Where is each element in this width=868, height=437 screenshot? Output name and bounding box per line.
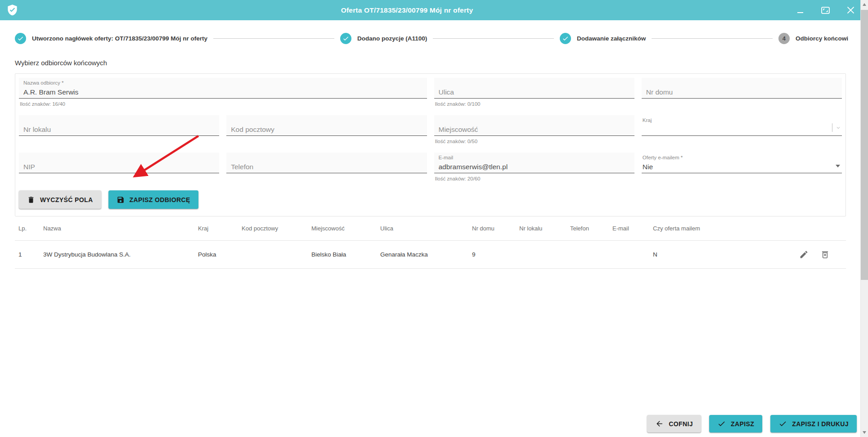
email-field: E-mail Ilość znaków: 20/60 — [434, 153, 634, 183]
col-lp: Lp. — [18, 225, 43, 232]
col-czy-oferta-mailem: Czy oferta mailem — [653, 225, 743, 232]
col-email: E-mail — [612, 225, 653, 232]
oferty-emailem-field: Oferty e-mailem * — [642, 153, 842, 183]
scrollbar-down-icon[interactable] — [863, 431, 866, 434]
miejscowosc-input[interactable] — [439, 124, 630, 135]
step-label: Dodano pozycje (A1100) — [357, 35, 427, 42]
nazwa-odbiorcy-label: Nazwa odbiorcy * — [23, 79, 423, 86]
kraj-combobox[interactable] — [643, 124, 837, 135]
restore-icon — [821, 7, 830, 14]
nip-field — [19, 153, 219, 183]
step-label: Odbiorcy końcowi — [796, 35, 848, 42]
col-telefon: Telefon — [570, 225, 612, 232]
check-icon — [778, 419, 787, 428]
step-label: Utworzono nagłówek oferty: OT/71835/23/0… — [32, 35, 207, 42]
cell-ulica: Genarała Maczka — [380, 251, 472, 258]
email-input[interactable] — [439, 161, 630, 172]
dropdown-arrow-icon[interactable] — [836, 165, 840, 167]
close-button[interactable] — [845, 5, 856, 16]
ulica-input[interactable] — [439, 86, 630, 98]
oferty-emailem-select[interactable] — [643, 161, 837, 172]
save-and-print-button[interactable]: ZAPISZ I DRUKUJ — [770, 415, 857, 432]
col-nazwa: Nazwa — [43, 225, 198, 232]
combobox-divider — [832, 123, 832, 132]
row-actions — [743, 250, 846, 259]
form-row-2: Ilość znaków: 0/50 Kraj — [19, 115, 842, 146]
close-icon — [847, 7, 854, 14]
save-button[interactable]: ZAPISZ — [709, 415, 762, 432]
form-actions: WYCZYŚĆ POLA ZAPISZ ODBIORCĘ — [19, 190, 842, 209]
cell-miejscowosc: Bielsko Biała — [311, 251, 380, 258]
dialog-titlebar: Oferta OT/71835/23/00799 Mój nr oferty — [0, 0, 868, 20]
telefon-field — [226, 153, 427, 183]
step-label: Dodawanie załączników — [577, 35, 646, 42]
stepper-connector — [433, 38, 554, 39]
table-row[interactable]: 1 3W Dystrybucja Budowlana S.A. Polska B… — [15, 241, 846, 269]
nr-domu-input[interactable] — [646, 86, 837, 98]
step-header-recipients[interactable]: 4 Odbiorcy końcowi — [778, 33, 848, 44]
kraj-field: Kraj — [642, 115, 842, 146]
minimize-button[interactable] — [794, 5, 806, 16]
edit-pencil-icon[interactable] — [799, 250, 809, 259]
ulica-field: Ilość znaków: 0/100 — [434, 78, 634, 108]
scrollbar-up-icon[interactable] — [863, 3, 866, 6]
back-button[interactable]: COFNIJ — [647, 415, 701, 432]
step-header-attachments[interactable]: Dodawanie załączników — [560, 33, 646, 44]
cell-nazwa: 3W Dystrybucja Budowlana S.A. — [43, 251, 198, 258]
stepper-connector — [652, 38, 773, 39]
check-icon — [717, 419, 726, 428]
kod-pocztowy-input[interactable] — [231, 124, 422, 135]
col-miejscowosc: Miejscowość — [311, 225, 380, 232]
miejscowosc-hint: Ilość znaków: 0/50 — [434, 136, 634, 146]
wizard-stepper: Utworzono nagłówek oferty: OT/71835/23/0… — [0, 28, 868, 48]
telefon-input[interactable] — [231, 161, 422, 172]
col-kod-pocztowy: Kod pocztowy — [242, 225, 311, 232]
col-nr-domu: Nr domu — [472, 225, 519, 232]
miejscowosc-field: Ilość znaków: 0/50 — [434, 115, 634, 146]
col-nr-lokalu: Nr lokalu — [519, 225, 570, 232]
kraj-label: Kraj — [643, 117, 837, 124]
nazwa-odbiorcy-input[interactable] — [23, 86, 423, 98]
window-title: Oferta OT/71835/23/00799 Mój nr oferty — [0, 6, 814, 14]
email-hint: Ilość znaków: 20/60 — [434, 173, 634, 183]
window-controls — [794, 0, 856, 20]
step-done-check-icon — [15, 33, 26, 44]
minimize-icon — [797, 12, 803, 13]
recipient-form-card: Nazwa odbiorcy * Ilość znaków: 16/40 Ilo… — [15, 73, 846, 216]
scrollbar-thumb[interactable] — [861, 10, 868, 280]
arrow-left-icon — [655, 419, 664, 428]
email-label: E-mail — [439, 154, 630, 161]
col-kraj: Kraj — [198, 225, 242, 232]
step-done-check-icon — [560, 33, 571, 44]
recipients-table: Lp. Nazwa Kraj Kod pocztowy Miejscowość … — [15, 216, 846, 269]
cell-kraj: Polska — [198, 251, 242, 258]
nazwa-odbiorcy-field: Nazwa odbiorcy * Ilość znaków: 16/40 — [19, 78, 427, 108]
delete-trash-icon[interactable] — [820, 250, 830, 259]
save-recipient-button[interactable]: ZAPISZ ODBIORCĘ — [108, 190, 198, 209]
step-number-badge: 4 — [778, 33, 790, 44]
step-header-offer[interactable]: Utworzono nagłówek oferty: OT/71835/23/0… — [15, 33, 207, 44]
chevron-down-icon[interactable] — [836, 125, 841, 131]
save-icon — [117, 196, 125, 204]
nip-input[interactable] — [23, 161, 215, 172]
step-header-positions[interactable]: Dodano pozycje (A1100) — [340, 33, 427, 44]
cell-lp: 1 — [18, 251, 43, 258]
maximize-button[interactable] — [819, 5, 831, 16]
dialog-footer: COFNIJ ZAPISZ ZAPISZ I DRUKUJ — [647, 415, 857, 432]
clear-fields-button[interactable]: WYCZYŚĆ POLA — [19, 190, 101, 209]
nr-domu-field — [642, 78, 842, 108]
trash-icon — [27, 196, 35, 204]
nazwa-odbiorcy-hint: Ilość znaków: 16/40 — [19, 99, 427, 108]
section-title: Wybierz odbiorców końcowych — [15, 59, 868, 67]
nr-lokalu-input[interactable] — [23, 124, 215, 135]
cell-czy-oferta-mailem: N — [653, 251, 743, 258]
oferty-emailem-label: Oferty e-mailem * — [643, 154, 837, 161]
kod-pocztowy-field — [226, 115, 427, 146]
table-header-row: Lp. Nazwa Kraj Kod pocztowy Miejscowość … — [15, 216, 846, 241]
form-row-3: E-mail Ilość znaków: 20/60 Oferty e-mail… — [19, 153, 842, 183]
ulica-hint: Ilość znaków: 0/100 — [434, 99, 634, 108]
vertical-scrollbar[interactable] — [860, 0, 868, 437]
stepper-connector — [213, 38, 334, 39]
nr-lokalu-field — [19, 115, 219, 146]
step-done-check-icon — [340, 33, 351, 44]
